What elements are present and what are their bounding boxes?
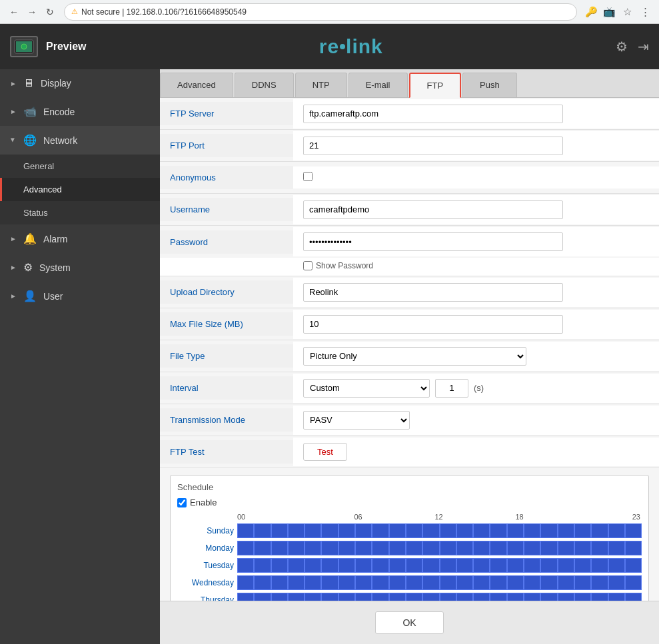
schedule-cell[interactable]	[389, 593, 406, 601]
sidebar-item-general[interactable]: General	[0, 155, 160, 178]
schedule-cell[interactable]	[473, 575, 490, 590]
schedule-cell[interactable]	[237, 575, 254, 590]
schedule-cells-thursday[interactable]	[237, 593, 642, 601]
schedule-cell[interactable]	[321, 593, 338, 601]
settings-icon[interactable]: ⚙	[616, 39, 628, 55]
schedule-cell[interactable]	[524, 575, 540, 590]
sidebar-item-user[interactable]: ► 👤 User	[0, 282, 160, 310]
tab-push[interactable]: Push	[462, 73, 517, 97]
schedule-cell[interactable]	[456, 558, 473, 573]
schedule-cell[interactable]	[574, 523, 591, 538]
schedule-cell[interactable]	[540, 593, 557, 601]
transmission-mode-select[interactable]: PASV PORT	[303, 411, 410, 430]
schedule-cell[interactable]	[372, 558, 388, 573]
schedule-cell[interactable]	[237, 558, 254, 573]
schedule-cell[interactable]	[355, 593, 372, 601]
schedule-cell[interactable]	[422, 523, 439, 538]
ftp-port-input[interactable]	[303, 137, 563, 155]
schedule-cell[interactable]	[338, 593, 355, 601]
schedule-cell[interactable]	[591, 558, 608, 573]
schedule-cell[interactable]	[372, 575, 388, 590]
schedule-enable-checkbox[interactable]	[177, 498, 187, 507]
schedule-cell[interactable]	[355, 523, 372, 538]
ok-button[interactable]: OK	[375, 611, 443, 634]
schedule-cell[interactable]	[625, 541, 642, 555]
file-type-select[interactable]: Picture Only Video Only Picture + Video	[303, 347, 526, 366]
tab-advanced[interactable]: Advanced	[160, 73, 233, 97]
schedule-cell[interactable]	[540, 523, 557, 538]
schedule-cell[interactable]	[524, 541, 540, 555]
schedule-cell[interactable]	[558, 593, 574, 601]
schedule-cell[interactable]	[338, 541, 355, 555]
schedule-cell[interactable]	[574, 575, 591, 590]
schedule-cell[interactable]	[490, 558, 506, 573]
schedule-cells-sunday[interactable]	[237, 523, 642, 538]
tab-ddns[interactable]: DDNS	[235, 73, 294, 97]
schedule-cell[interactable]	[456, 541, 473, 555]
upload-dir-input[interactable]	[303, 283, 563, 302]
schedule-cell[interactable]	[271, 575, 288, 590]
schedule-cell[interactable]	[389, 558, 406, 573]
sidebar-item-encode[interactable]: ► 📹 Encode	[0, 97, 160, 126]
schedule-cell[interactable]	[321, 541, 338, 555]
key-icon[interactable]: 🔑	[584, 5, 598, 19]
schedule-cell[interactable]	[456, 523, 473, 538]
schedule-cell[interactable]	[254, 593, 271, 601]
schedule-cell[interactable]	[473, 593, 490, 601]
schedule-cell[interactable]	[422, 575, 439, 590]
interval-value-input[interactable]	[435, 379, 468, 398]
schedule-cell[interactable]	[608, 558, 625, 573]
tab-ftp[interactable]: FTP	[409, 73, 462, 98]
schedule-cell[interactable]	[305, 593, 321, 601]
schedule-cell[interactable]	[355, 558, 372, 573]
schedule-cell[interactable]	[254, 558, 271, 573]
test-button[interactable]: Test	[303, 443, 347, 461]
schedule-cell[interactable]	[372, 523, 388, 538]
tab-ntp[interactable]: NTP	[295, 73, 347, 97]
schedule-cell[interactable]	[305, 541, 321, 555]
sidebar-item-display[interactable]: ► 🖥 Display	[0, 69, 160, 97]
schedule-cell[interactable]	[574, 558, 591, 573]
schedule-cell[interactable]	[254, 541, 271, 555]
reload-button[interactable]: ↻	[43, 5, 57, 19]
schedule-cell[interactable]	[591, 575, 608, 590]
schedule-cell[interactable]	[305, 523, 321, 538]
max-file-size-input[interactable]	[303, 315, 563, 334]
tab-email[interactable]: E-mail	[348, 73, 408, 97]
username-input[interactable]	[303, 200, 563, 219]
schedule-cell[interactable]	[254, 575, 271, 590]
schedule-cell[interactable]	[305, 558, 321, 573]
schedule-cell[interactable]	[271, 593, 288, 601]
schedule-cell[interactable]	[422, 558, 439, 573]
sidebar-item-alarm[interactable]: ► 🔔 Alarm	[0, 224, 160, 253]
schedule-cell[interactable]	[321, 523, 338, 538]
schedule-cell[interactable]	[625, 558, 642, 573]
schedule-cell[interactable]	[338, 558, 355, 573]
schedule-cell[interactable]	[456, 575, 473, 590]
sidebar-item-status[interactable]: Status	[0, 201, 160, 224]
schedule-cells-wednesday[interactable]	[237, 575, 642, 590]
schedule-cell[interactable]	[406, 523, 422, 538]
menu-icon[interactable]: ⋮	[638, 5, 652, 19]
schedule-cell[interactable]	[422, 541, 439, 555]
schedule-cell[interactable]	[473, 558, 490, 573]
schedule-cell[interactable]	[254, 523, 271, 538]
interval-select[interactable]: Custom 1s 5s 10s 30s 60s	[303, 379, 430, 398]
schedule-cell[interactable]	[321, 575, 338, 590]
schedule-cell[interactable]	[473, 523, 490, 538]
schedule-cell[interactable]	[507, 541, 524, 555]
schedule-cell[interactable]	[288, 558, 305, 573]
schedule-cell[interactable]	[271, 523, 288, 538]
schedule-cell[interactable]	[372, 593, 388, 601]
schedule-cell[interactable]	[507, 593, 524, 601]
schedule-cell[interactable]	[591, 593, 608, 601]
bookmark-icon[interactable]: ☆	[620, 5, 634, 19]
schedule-cell[interactable]	[591, 541, 608, 555]
schedule-cell[interactable]	[524, 523, 540, 538]
schedule-cell[interactable]	[608, 575, 625, 590]
schedule-cell[interactable]	[271, 558, 288, 573]
schedule-cell[interactable]	[355, 541, 372, 555]
schedule-cell[interactable]	[456, 593, 473, 601]
schedule-cell[interactable]	[288, 541, 305, 555]
schedule-cell[interactable]	[389, 523, 406, 538]
